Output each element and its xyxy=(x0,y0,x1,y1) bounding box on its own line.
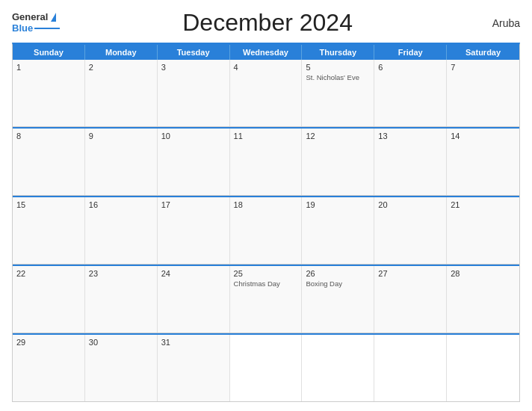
day-number: 3 xyxy=(161,63,226,72)
day-number: 14 xyxy=(451,132,516,140)
day-number: 16 xyxy=(89,200,153,209)
day-number: 11 xyxy=(234,132,298,140)
cal-cell-2-6: 13 xyxy=(374,129,447,195)
day-number: 30 xyxy=(89,338,153,347)
day-number: 23 xyxy=(89,269,153,278)
day-header-friday: Friday xyxy=(374,45,447,60)
logo-underline xyxy=(34,28,60,29)
cal-cell-2-2: 9 xyxy=(85,129,158,195)
day-header-saturday: Saturday xyxy=(447,45,519,60)
cal-cell-4-2: 23 xyxy=(85,266,158,333)
day-header-monday: Monday xyxy=(85,45,158,60)
logo: General Blue xyxy=(12,12,60,34)
cal-cell-5-2: 30 xyxy=(85,335,158,401)
cal-cell-4-1: 22 xyxy=(13,266,85,333)
cal-cell-1-5: 5St. Nicholas' Eve xyxy=(302,60,374,126)
cal-cell-3-5: 19 xyxy=(302,197,374,264)
day-header-tuesday: Tuesday xyxy=(158,45,230,60)
day-number: 19 xyxy=(306,200,370,209)
day-number: 13 xyxy=(378,132,442,140)
day-number: 2 xyxy=(89,63,153,72)
calendar-body: 12345St. Nicholas' Eve678910111213141516… xyxy=(13,60,519,401)
day-number: 12 xyxy=(306,132,370,140)
day-number: 5 xyxy=(306,63,370,72)
cal-cell-4-6: 27 xyxy=(374,266,447,333)
day-number: 4 xyxy=(234,63,298,72)
day-number: 28 xyxy=(451,269,516,278)
day-number: 8 xyxy=(16,132,81,140)
cal-cell-4-3: 24 xyxy=(158,266,230,333)
cal-cell-5-6 xyxy=(374,335,447,401)
day-number: 24 xyxy=(161,269,226,278)
event-label: Boxing Day xyxy=(306,279,370,288)
cal-cell-1-3: 3 xyxy=(158,60,230,126)
cal-cell-4-7: 28 xyxy=(447,266,519,333)
day-number: 17 xyxy=(161,200,226,209)
event-label: St. Nicholas' Eve xyxy=(306,73,370,81)
cal-cell-2-5: 12 xyxy=(302,129,374,195)
calendar-week-3: 15161718192021 xyxy=(13,196,519,265)
cal-cell-3-4: 18 xyxy=(230,197,303,264)
cal-cell-1-2: 2 xyxy=(85,60,158,126)
day-number: 26 xyxy=(306,269,370,278)
day-number: 31 xyxy=(161,338,226,347)
cal-cell-5-1: 29 xyxy=(13,335,85,401)
day-number: 6 xyxy=(378,63,442,72)
day-number: 15 xyxy=(16,200,81,209)
cal-cell-1-6: 6 xyxy=(374,60,447,126)
cal-cell-5-4 xyxy=(230,335,303,401)
day-header-thursday: Thursday xyxy=(302,45,374,60)
day-header-wednesday: Wednesday xyxy=(230,45,303,60)
cal-cell-3-3: 17 xyxy=(158,197,230,264)
cal-cell-2-3: 10 xyxy=(158,129,230,195)
logo-triangle-icon xyxy=(51,13,56,22)
cal-cell-5-5 xyxy=(302,335,374,401)
day-number: 18 xyxy=(234,200,298,209)
cal-cell-2-4: 11 xyxy=(230,129,303,195)
cal-cell-4-4: 25Christmas Day xyxy=(230,266,303,333)
cal-cell-5-7 xyxy=(447,335,519,401)
day-number: 21 xyxy=(451,200,516,209)
day-number: 22 xyxy=(16,269,81,278)
day-number: 27 xyxy=(378,269,442,278)
logo-blue-text: Blue xyxy=(12,23,33,34)
calendar-week-4: 22232425Christmas Day26Boxing Day2728 xyxy=(13,265,519,333)
calendar-title: December 2024 xyxy=(182,9,353,37)
day-number: 25 xyxy=(234,269,298,278)
calendar-week-2: 891011121314 xyxy=(13,127,519,196)
day-number: 10 xyxy=(161,132,226,140)
cal-cell-1-1: 1 xyxy=(13,60,85,126)
calendar-header: SundayMondayTuesdayWednesdayThursdayFrid… xyxy=(13,45,519,60)
calendar-week-5: 293031 xyxy=(13,333,519,401)
day-number: 20 xyxy=(378,200,442,209)
cal-cell-4-5: 26Boxing Day xyxy=(302,266,374,333)
day-number: 7 xyxy=(451,63,516,72)
page: General Blue December 2024 Aruba SundayM… xyxy=(0,0,532,411)
logo-general-text: General xyxy=(12,12,48,22)
cal-cell-5-3: 31 xyxy=(158,335,230,401)
cal-cell-1-7: 7 xyxy=(447,60,519,126)
cal-cell-2-7: 14 xyxy=(447,129,519,195)
calendar-week-1: 12345St. Nicholas' Eve67 xyxy=(13,60,519,127)
header: General Blue December 2024 Aruba xyxy=(12,9,520,37)
day-number: 9 xyxy=(89,132,153,140)
day-number: 29 xyxy=(16,338,81,347)
cal-cell-3-1: 15 xyxy=(13,197,85,264)
cal-cell-1-4: 4 xyxy=(230,60,303,126)
cal-cell-3-2: 16 xyxy=(85,197,158,264)
country-label: Aruba xyxy=(475,17,520,29)
cal-cell-3-6: 20 xyxy=(374,197,447,264)
calendar: SundayMondayTuesdayWednesdayThursdayFrid… xyxy=(12,43,520,402)
event-label: Christmas Day xyxy=(234,279,298,288)
cal-cell-2-1: 8 xyxy=(13,129,85,195)
day-number: 1 xyxy=(16,63,81,72)
cal-cell-3-7: 21 xyxy=(447,197,519,264)
day-header-sunday: Sunday xyxy=(13,45,85,60)
